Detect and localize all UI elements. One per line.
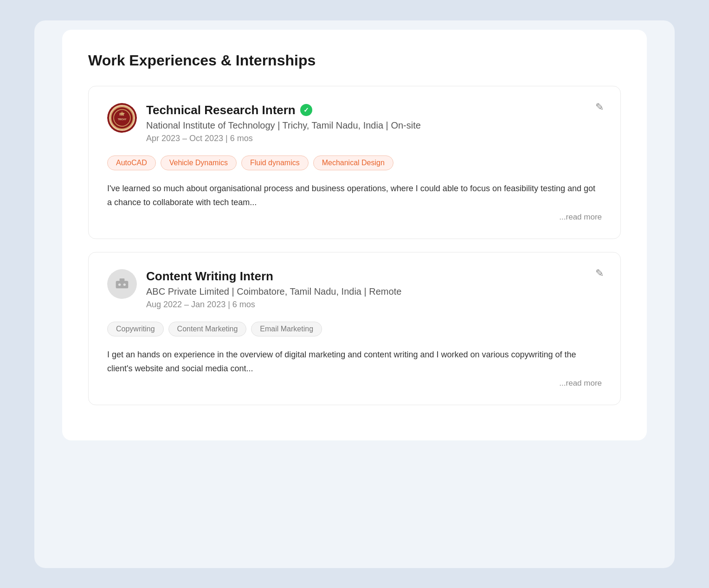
svg-point-8: [123, 283, 126, 285]
location-1: Trichy, Tamil Nadu, India: [283, 120, 384, 130]
job-title-row-1: Technical Research Intern: [146, 103, 602, 117]
edit-button-2[interactable]: ✎: [593, 265, 606, 281]
experience-card-1: ✎ NIT TRICHY: [88, 86, 621, 239]
read-more-1[interactable]: ...read more: [107, 213, 602, 222]
experience-card-2: ✎ Content Writing Intern: [88, 252, 621, 405]
location-2: Coimbatore, Tamil Nadu, India: [237, 286, 361, 297]
svg-rect-6: [120, 278, 125, 282]
duration-1: Apr 2023 – Oct 2023 | 6 mos: [146, 134, 602, 143]
company-name-2: ABC Private Limited: [146, 286, 229, 297]
tag-content-marketing: Content Marketing: [168, 322, 247, 336]
card-info-1: Technical Research Intern National Insti…: [146, 103, 602, 153]
tags-row-1: AutoCAD Vehicle Dynamics Fluid dynamics …: [107, 155, 602, 170]
svg-text:TRICHY: TRICHY: [118, 118, 127, 121]
tag-mechanical-design: Mechanical Design: [313, 155, 393, 170]
card-header-1: NIT TRICHY Technical Research Intern Na: [107, 103, 602, 153]
read-more-2[interactable]: ...read more: [107, 379, 602, 388]
nit-logo: NIT TRICHY: [107, 103, 137, 133]
svg-point-7: [118, 283, 121, 285]
tag-fluid-dynamics: Fluid dynamics: [241, 155, 309, 170]
company-name-1: National Institute of Technology: [146, 120, 275, 130]
company-logo-2: [107, 269, 137, 299]
main-card: Work Experiences & Internships ✎ NIT TRI…: [62, 30, 647, 440]
description-2: I get an hands on experience in the over…: [107, 348, 602, 376]
page-title: Work Experiences & Internships: [88, 52, 621, 69]
job-title-2: Content Writing Intern: [146, 269, 273, 284]
job-title-1: Technical Research Intern: [146, 103, 296, 117]
company-location-1: National Institute of Technology | Trich…: [146, 120, 602, 131]
card-header-2: Content Writing Intern ABC Private Limit…: [107, 269, 602, 319]
work-type-2: Remote: [369, 286, 401, 297]
tag-copywriting: Copywriting: [107, 322, 164, 336]
description-1: I've learned so much about organisationa…: [107, 181, 602, 210]
nit-logo-inner: NIT TRICHY: [109, 105, 135, 131]
tag-vehicle-dynamics: Vehicle Dynamics: [161, 155, 237, 170]
card-info-2: Content Writing Intern ABC Private Limit…: [146, 269, 602, 319]
company-logo-1: NIT TRICHY: [107, 103, 137, 133]
tags-row-2: Copywriting Content Marketing Email Mark…: [107, 322, 602, 336]
verified-badge-1: [300, 104, 312, 116]
company-location-2: ABC Private Limited | Coimbatore, Tamil …: [146, 286, 602, 297]
work-type-1: On-site: [391, 120, 420, 130]
job-title-row-2: Content Writing Intern: [146, 269, 602, 284]
edit-button-1[interactable]: ✎: [593, 99, 606, 115]
page-wrapper: Work Experiences & Internships ✎ NIT TRI…: [34, 20, 675, 568]
tag-autocad: AutoCAD: [107, 155, 156, 170]
generic-logo: [107, 269, 137, 299]
duration-2: Aug 2022 – Jan 2023 | 6 mos: [146, 300, 602, 310]
tag-email-marketing: Email Marketing: [251, 322, 322, 336]
